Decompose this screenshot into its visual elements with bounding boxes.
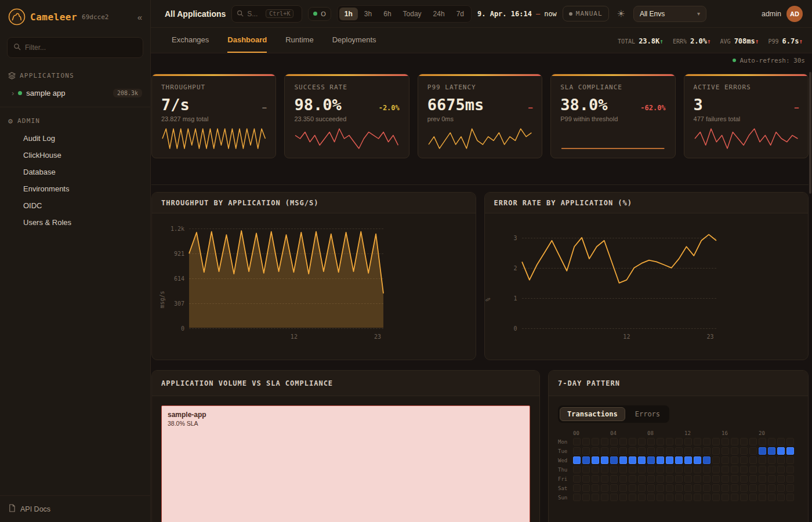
y-tick-label: 1 <box>493 295 517 301</box>
y-tick-label: 1.2k <box>160 226 184 232</box>
topbar: All Applications Ctrl+K O 1h3h6hToday24h… <box>151 0 812 28</box>
kpi-card-sla-compliance: SLA COMPLIANCE38.0%-62.0%P99 within thre… <box>550 74 675 158</box>
hour-label: 04 <box>610 430 617 436</box>
heatmap-cell <box>749 447 757 455</box>
sidebar-item-clickhouse[interactable]: ClickHouse <box>0 147 150 164</box>
stat-total: TOTAL 23.8K↑ <box>618 35 664 46</box>
panel-error-rate-by-application: ERROR RATE BY APPLICATION (%) % 32101223 <box>484 192 809 360</box>
time-range-6h[interactable]: 6h <box>378 8 396 20</box>
y-tick-label: 921 <box>160 251 184 257</box>
y-tick-label: 307 <box>160 300 184 307</box>
range-end-label: now <box>544 10 557 18</box>
kpi-title: THROUGHPUT <box>161 84 266 91</box>
theme-toggle-button[interactable]: ☀ <box>615 6 628 21</box>
tab-exchanges[interactable]: Exchanges <box>172 28 209 53</box>
heatmap-cell <box>675 447 683 455</box>
heatmap-cell <box>610 447 618 455</box>
kpi-delta: -2.0% <box>379 104 400 112</box>
tab-deployments[interactable]: Deployments <box>332 28 376 53</box>
time-range-display[interactable]: 9. Apr. 16:14 — now <box>477 10 557 18</box>
sidebar-item-oidc[interactable]: OIDC <box>0 197 150 214</box>
api-docs-link[interactable]: API Docs <box>8 504 142 514</box>
heatmap-cell <box>694 466 701 473</box>
heatmap-cell <box>629 456 636 464</box>
avatar[interactable]: AD <box>786 6 803 22</box>
kpi-title: SUCCESS RATE <box>294 84 399 91</box>
environment-selector[interactable]: All Envs ▾ <box>633 6 706 22</box>
heatmap-cell <box>582 466 590 473</box>
vertical-scrollbar[interactable] <box>809 72 811 194</box>
heatmap-cell <box>657 466 664 473</box>
panel-throughput-by-application: THROUGHPUT BY APPLICATION (MSG/S) msg/s … <box>151 192 476 360</box>
heatmap-cell <box>610 494 618 501</box>
heatmap-row-thu: Thu <box>558 466 799 473</box>
hour-label: 16 <box>722 430 728 436</box>
hour-label: 12 <box>684 430 691 436</box>
heatmap-cell <box>759 475 766 483</box>
panel-title: 7-DAY PATTERN <box>558 379 620 387</box>
heatmap-cell <box>657 438 664 445</box>
connection-status-pill[interactable]: O <box>308 7 331 21</box>
kpi-subtext: prev 0ms <box>427 115 532 122</box>
tab-dashboard[interactable]: Dashboard <box>227 28 267 53</box>
heatmap-cell <box>703 475 710 483</box>
section-divider <box>151 184 809 185</box>
y-tick-label: 614 <box>160 276 184 282</box>
kpi-value: 7/s <box>161 96 190 114</box>
heatmap-cell <box>703 494 710 501</box>
heatmap-cell <box>684 456 692 464</box>
sidebar-footer: API Docs <box>0 495 150 522</box>
treemap-app-name: sample-app <box>168 411 524 419</box>
manual-refresh-button[interactable]: MANUAL <box>563 6 609 21</box>
heatmap-cell <box>647 456 655 464</box>
sidebar-item-database[interactable]: Database <box>0 164 150 180</box>
heatmap-cell <box>740 494 748 501</box>
search-input[interactable] <box>247 10 262 18</box>
heatmap-tab-errors[interactable]: Errors <box>628 407 668 421</box>
heatmap-cell <box>647 438 655 445</box>
heatmap-cell <box>582 484 590 492</box>
sidebar-item-users-roles[interactable]: Users & Roles <box>0 214 150 231</box>
sidebar-collapse-button[interactable]: « <box>137 12 142 22</box>
heatmap-cell <box>722 484 729 492</box>
y-tick-label: 3 <box>493 234 517 241</box>
heatmap-cell <box>619 494 627 501</box>
treemap-sample-app[interactable]: sample-app 38.0% SLA <box>161 405 530 522</box>
heatmap-tab-transactions[interactable]: Transactions <box>560 407 625 421</box>
heatmap-body: TransactionsErrors 000408121620 MonTueWe… <box>549 396 808 501</box>
panel-7-day-pattern: 7-DAY PATTERN TransactionsErrors 0004081… <box>548 370 809 522</box>
heatmap-cell <box>592 447 599 455</box>
time-range-1h[interactable]: 1h <box>339 8 358 20</box>
sidebar-item-environments[interactable]: Environments <box>0 180 150 197</box>
heatmap-cell <box>647 447 655 455</box>
kpi-subtext: 23.827 msg total <box>161 115 266 122</box>
time-range-today[interactable]: Today <box>398 8 427 20</box>
sidebar-item-sample-app[interactable]: › sample app 208.3k <box>0 84 150 102</box>
dashboard-content: Auto-refresh: 30s THROUGHPUT7/s–23.827 m… <box>151 53 812 522</box>
filter-input[interactable] <box>25 44 137 52</box>
heatmap-cell <box>647 466 655 473</box>
gear-icon: ⚙ <box>8 117 13 125</box>
heatmap-cell <box>694 456 701 464</box>
heatmap-cell <box>573 484 581 492</box>
time-range-7d[interactable]: 7d <box>451 8 469 20</box>
chart-series <box>522 229 716 328</box>
heatmap-row-mon: Mon <box>558 438 799 445</box>
tab-list: ExchangesDashboardRuntimeDeployments <box>172 28 376 53</box>
heatmap-cell <box>759 438 766 445</box>
heatmap-cell <box>638 447 646 455</box>
heatmap-cell <box>629 466 636 473</box>
tab-runtime[interactable]: Runtime <box>285 28 313 53</box>
stat-avg: AVG 708ms↑ <box>720 35 759 46</box>
heatmap-cell <box>666 438 673 445</box>
heatmap-cell <box>601 484 608 492</box>
manual-status-dot <box>569 12 572 16</box>
heatmap-cell <box>629 447 636 455</box>
kpi-sparkline <box>161 128 266 150</box>
time-range-24h[interactable]: 24h <box>428 8 450 20</box>
heatmap-cell <box>749 475 757 483</box>
heatmap-cell <box>573 456 581 464</box>
time-range-3h[interactable]: 3h <box>359 8 377 20</box>
heatmap-cell <box>703 447 710 455</box>
sidebar-item-audit-log[interactable]: Audit Log <box>0 130 150 147</box>
